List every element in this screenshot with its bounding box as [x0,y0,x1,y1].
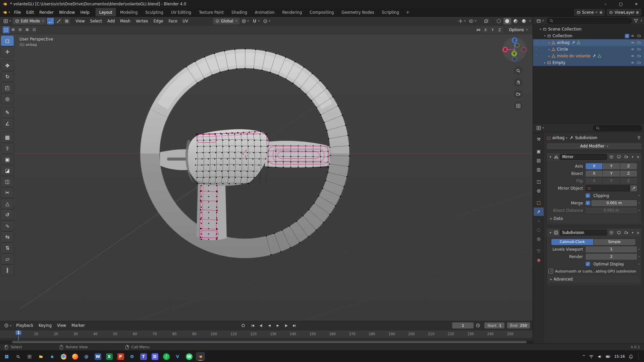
viewport-menu-select[interactable]: Select [88,18,105,24]
taskbar-whatsapp-icon[interactable]: W [184,352,194,361]
tool-measure[interactable]: ∠ [1,118,14,129]
gizmo-y-neg-axis[interactable] [515,43,519,47]
gizmo-z-neg-axis[interactable] [512,57,517,61]
tool-knife[interactable]: ✂ [1,187,14,198]
camera-view-button[interactable] [514,90,523,99]
bisect-axis-y[interactable]: Y [603,171,620,177]
frame-start-field[interactable]: Start1 [484,322,504,328]
mirror-axis-x[interactable]: X [586,163,602,169]
shading-material-button[interactable] [512,18,520,24]
expand-icon[interactable]: ▾ [543,34,547,38]
workspace-tab-uv-editing[interactable]: UV Editing [167,8,195,16]
viewport-menu-edge[interactable]: Edge [151,18,166,24]
timeline-menu-view[interactable]: View [54,322,69,329]
mirror-axis-y[interactable]: Y [603,163,620,169]
select-mode-invert[interactable]: ⊠ [24,26,31,33]
preview-range-button[interactable] [474,322,482,329]
speaker-icon[interactable] [597,354,602,359]
taskbar-chrome-icon[interactable] [59,352,68,361]
viewport-menu-mesh[interactable]: Mesh [117,18,133,24]
tool-move[interactable]: ✥ [1,60,14,71]
tool-shrink-fatten[interactable]: ⇅ [1,243,14,253]
flip-axis-z[interactable]: Z [620,178,637,184]
simple-button[interactable]: Simple [594,239,636,245]
symmetry-z-button[interactable]: Z [496,26,503,33]
outliner-row-airbag[interactable]: ◦▸airbag [533,39,644,46]
previous-keyframe-button[interactable]: ◀| [257,322,265,329]
tool-cursor[interactable]: ✛ [1,47,14,57]
next-keyframe-button[interactable]: |▶ [282,322,290,329]
shading-rendered-button[interactable] [520,18,528,24]
realtime-display-toggle[interactable] [616,230,622,236]
taskbar-edge-icon[interactable]: e [48,352,57,361]
properties-tab-view-layer[interactable]: ▥ [534,165,544,174]
scrollbar-handle[interactable] [12,341,527,343]
taskbar-mail-icon[interactable]: @ [82,352,91,361]
viewlayer-selector[interactable]: ViewLayer ▣ [607,9,641,16]
auto-keying-button[interactable] [241,324,245,327]
workspace-tab-texture-paint[interactable]: Texture Paint [195,8,228,16]
collection-checkbox[interactable]: ✓ [625,34,629,38]
outliner-search-input[interactable] [547,18,632,24]
taskbar-blender-icon[interactable] [196,352,205,361]
workspace-tab-sculpting[interactable]: Sculpting [142,8,167,16]
new-scene-icon[interactable]: ▣ [599,10,602,14]
workspace-tab-animation[interactable]: Animation [251,8,279,16]
expand-icon[interactable]: ▾ [538,27,543,31]
show-desktop-button[interactable] [638,352,639,361]
pivot-point-button[interactable]: ▾ [240,18,250,24]
flip-axis-x[interactable]: X [586,178,602,184]
outliner-row-circle[interactable]: ◦▸Circle [533,46,644,53]
frame-end-field[interactable]: End250 [507,322,530,328]
tool-shear[interactable]: ▱ [1,254,14,264]
viewport-scene[interactable] [0,34,533,321]
app-menu-button[interactable]: ▾ [1,9,11,16]
properties-tab-tool[interactable]: ⚒ [534,135,544,143]
show-gizmo-button[interactable]: ▾ [457,18,467,24]
expand-icon[interactable]: ▸ [547,48,551,51]
hide-in-viewport-toggle[interactable] [629,54,636,58]
pin-icon[interactable] [637,135,641,140]
maximize-button[interactable]: ▢ [613,0,629,8]
breadcrumb-modifier[interactable]: Subdivision [575,135,597,140]
viewport-menu-add[interactable]: Add [105,18,117,24]
properties-editor-type-button[interactable]: ▾ [535,125,545,131]
taskbar-vscode-icon[interactable]: V [173,352,182,361]
properties-tab-object-data[interactable]: ▽ [534,247,544,255]
workspace-tab-rendering[interactable]: Rendering [278,8,306,16]
outliner-row-empty[interactable]: ▸Empty [533,59,644,66]
workspace-tab-layout[interactable]: Layout [96,8,116,16]
properties-tab-scene[interactable]: ◫ [534,177,544,186]
transform-orientation-dropdown[interactable]: Global ▾ [213,18,239,24]
taskbar-spotify-icon[interactable]: ♪ [162,352,171,361]
tool-poly-build[interactable]: △ [1,198,14,209]
filter-icon[interactable] [634,18,638,23]
tool-rip-region[interactable]: ∥ [1,265,14,275]
mode-dropdown[interactable]: Edit Mode ▾ [13,18,46,24]
expand-icon[interactable]: ▸ [543,61,547,64]
remove-modifier-icon[interactable]: × [636,155,640,159]
new-viewlayer-icon[interactable]: ▣ [636,10,639,14]
properties-tab-particles[interactable]: ∴ [534,217,544,225]
add-modifier-button[interactable]: Add Modifier ▾ [546,143,642,149]
subdivision-modifier-header[interactable]: ▾ Subdivision ▾ × [547,229,642,237]
tool-transform[interactable]: ◎ [1,94,14,104]
current-frame-field[interactable]: 1 [452,322,474,328]
shading-solid-button[interactable] [503,18,511,24]
menu-edit[interactable]: Edit [23,9,37,16]
mirror-axis-z[interactable]: Z [620,163,637,169]
jump-to-end-button[interactable]: ▶| [290,322,299,329]
battery-icon[interactable] [606,354,610,359]
add-workspace-button[interactable]: + [403,8,412,16]
notifications-icon[interactable] [629,354,633,359]
tool-smooth[interactable]: ∿ [1,221,14,231]
taskbar-word-icon[interactable]: W [93,352,102,361]
show-overlays-button[interactable]: ▾ [468,18,478,24]
scene-selector[interactable]: Scene × ▣ [574,9,605,16]
select-mode-extend[interactable]: ⊞ [10,26,16,33]
tool-scale[interactable]: ◰ [1,82,14,93]
taskbar-search-icon[interactable] [13,352,22,361]
hide-in-viewport-toggle[interactable] [629,61,636,65]
viewport-menu-view[interactable]: View [73,18,87,24]
render-display-toggle[interactable] [623,230,629,236]
